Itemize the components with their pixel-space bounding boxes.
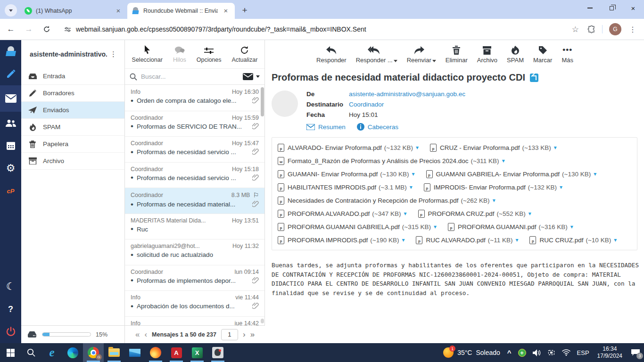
folder-item-spam[interactable]: SPAM — [21, 119, 124, 136]
taskbar-explorer-button[interactable] — [104, 343, 124, 362]
rail-item-mail[interactable] — [0, 85, 21, 112]
rail-item-settings[interactable]: ⚙ — [0, 157, 21, 180]
restore-button[interactable] — [601, 0, 622, 16]
attachment-item[interactable]: pGUAMANI GABRIELA- Enviar Proforma.pdf(~… — [426, 167, 597, 181]
attachment-item[interactable]: pHABILITANTES IMPRODIS.pdf(~3.1 MB)▾ — [278, 181, 413, 194]
attachment-menu-icon[interactable]: ▾ — [528, 210, 531, 217]
rail-item-cpanel[interactable]: cP — [0, 180, 21, 202]
message-row[interactable]: Infojue 14:42 — [125, 317, 264, 326]
attachment-item[interactable]: pPROFORMA GUAMANI GABRIELA.pdf(~315 KB)▾ — [278, 220, 437, 233]
attachment-menu-icon[interactable]: ▾ — [404, 210, 406, 217]
reply-all-caret[interactable] — [394, 60, 397, 62]
back-button[interactable]: ← — [4, 22, 18, 36]
attachment-menu-icon[interactable]: ▾ — [502, 157, 505, 164]
first-page-button[interactable]: « — [135, 330, 140, 338]
tab-whatsapp[interactable]: (1) WhatsApp × — [20, 3, 127, 19]
summary-link[interactable]: Resumen — [306, 123, 346, 131]
taskbar-edge-button[interactable] — [62, 343, 83, 362]
wifi-icon[interactable] — [559, 349, 574, 356]
attachment-item[interactable]: wFormato_8_Razón de Proformas y Análisis… — [278, 154, 505, 167]
options-button[interactable]: Opciones — [197, 44, 222, 63]
prev-page-button[interactable]: ‹ — [144, 330, 147, 338]
minimize-button[interactable] — [579, 0, 601, 16]
attachment-menu-icon[interactable]: ▾ — [614, 237, 617, 243]
attachment-menu-icon[interactable]: ▾ — [493, 197, 495, 204]
rail-item-contacts[interactable] — [0, 112, 21, 134]
archive-button[interactable]: Archivo — [477, 44, 497, 64]
folder-item-archivo[interactable]: Archivo — [21, 153, 124, 170]
profile-avatar[interactable]: G — [609, 23, 621, 35]
attachment-menu-icon[interactable]: ▾ — [570, 223, 573, 230]
page-number-input[interactable] — [221, 329, 238, 340]
dark-mode-toggle[interactable]: ☾ — [0, 275, 21, 298]
account-menu-icon[interactable]: ⋮ — [107, 48, 120, 60]
cast-icon[interactable] — [544, 349, 559, 356]
site-settings-icon[interactable] — [64, 26, 71, 33]
attachment-item[interactable]: pIMPRODIS- Enviar Proforma.pdf(~132 KB)▾ — [424, 181, 562, 194]
message-row[interactable]: MADERITAS Material Dida...Hoy 13:51 •Ruc — [125, 214, 264, 240]
logout-button[interactable] — [0, 321, 21, 343]
list-scrollbar[interactable] — [261, 87, 264, 116]
taskbar-ie-button[interactable]: e — [41, 343, 62, 362]
select-button[interactable]: Seleccionar — [132, 44, 163, 63]
headers-link[interactable]: Cabeceras — [357, 123, 398, 131]
more-button[interactable]: ••• Más — [561, 44, 573, 64]
folder-item-papelera[interactable]: Papelera — [21, 136, 124, 153]
antivirus-tray-icon[interactable]: + — [515, 349, 529, 357]
language-indicator[interactable]: ESP — [574, 349, 593, 356]
attachment-menu-icon[interactable]: ▾ — [515, 237, 518, 243]
taskbar-mail-button[interactable] — [124, 343, 145, 362]
weather-widget[interactable]: 1 35°C Soleado — [439, 347, 504, 358]
threads-button[interactable]: Hilos — [173, 44, 186, 63]
attachment-menu-icon[interactable]: ▾ — [560, 184, 562, 190]
message-row[interactable]: Infovie 11:44 •Aprobación de los documen… — [125, 291, 264, 317]
attachment-item[interactable]: pGUAMANI- Enviar Proforma.pdf(~130 KB)▾ — [278, 167, 415, 181]
message-row[interactable]: Coordinadorlun 09:14 •Proformas de imple… — [125, 265, 264, 291]
new-tab-button[interactable]: + — [239, 4, 251, 16]
message-row[interactable]: CoordinadorHoy 15:47 •Proformas de neces… — [125, 137, 264, 163]
attachment-menu-icon[interactable]: ▾ — [554, 144, 557, 151]
last-page-button[interactable]: » — [250, 330, 255, 338]
attachment-menu-icon[interactable]: ▾ — [412, 171, 414, 177]
taskbar-acrobat-button[interactable]: A — [166, 343, 187, 362]
roundcube-logo[interactable] — [0, 40, 21, 63]
spam-button[interactable]: SPAM — [507, 44, 524, 64]
delete-button[interactable]: Eliminar — [446, 44, 468, 64]
folder-item-entrada[interactable]: Entrada — [21, 68, 124, 85]
taskbar-excel-button[interactable]: X — [187, 343, 207, 362]
attachment-menu-icon[interactable]: ▾ — [434, 223, 437, 230]
attachment-item[interactable]: pRUC ALVARADO.pdf(~11 KB)▾ — [416, 233, 518, 247]
reply-button[interactable]: Responder — [316, 44, 347, 64]
help-button[interactable]: ? — [0, 298, 21, 321]
next-page-button[interactable]: › — [243, 330, 246, 338]
folder-item-enviados[interactable]: Enviados — [21, 102, 124, 119]
taskbar-chrome-button[interactable]: G — [83, 343, 104, 362]
rail-item-calendar[interactable] — [0, 134, 21, 157]
bookmark-star-icon[interactable]: ☆ — [572, 25, 579, 34]
browser-menu-icon[interactable]: ⋮ — [625, 25, 640, 34]
attachment-item[interactable]: pNecesidades de Contratación y Recepción… — [278, 194, 495, 207]
reply-all-button[interactable]: Responder ... — [356, 44, 393, 64]
extensions-icon[interactable] — [587, 25, 595, 33]
attachment-item[interactable]: pRUC CRUZ.pdf(~10 KB)▾ — [529, 233, 617, 247]
taskbar-firefox-button[interactable] — [145, 343, 166, 362]
close-window-button[interactable]: × — [622, 0, 644, 16]
attachment-menu-icon[interactable]: ▾ — [402, 237, 405, 243]
address-bar[interactable]: webmail.sanjuan.gob.ec/cpsess0500890797/… — [58, 22, 562, 37]
reload-button[interactable] — [40, 22, 54, 36]
tray-expand-icon[interactable]: ^ — [504, 349, 515, 357]
tab-search-button[interactable] — [5, 4, 17, 16]
attachment-item[interactable]: pALVARADO- Enviar Proforma.pdf(~132 KB)▾ — [278, 141, 419, 154]
message-row[interactable]: CoordinadorHoy 15:18 •Proformas de neces… — [125, 163, 264, 189]
search-scope-button[interactable] — [243, 73, 260, 80]
attachment-menu-icon[interactable]: ▾ — [594, 171, 596, 177]
message-row[interactable]: InfoHoy 16:30 •Orden de compra de catalo… — [125, 85, 264, 111]
close-tab-icon[interactable]: × — [114, 7, 123, 15]
attachment-menu-icon[interactable]: ▾ — [416, 144, 419, 151]
start-button[interactable] — [0, 343, 21, 362]
message-row[interactable]: CoordinadorHoy 15:59 •Proformas de SERVI… — [125, 111, 264, 137]
search-input[interactable] — [141, 73, 243, 80]
mark-button[interactable]: Marcar — [533, 44, 552, 64]
attachment-item[interactable]: pPROFORMA ALVARADO.pdf(~347 KB)▾ — [278, 207, 407, 220]
quota-widget[interactable]: 15% — [21, 326, 125, 343]
